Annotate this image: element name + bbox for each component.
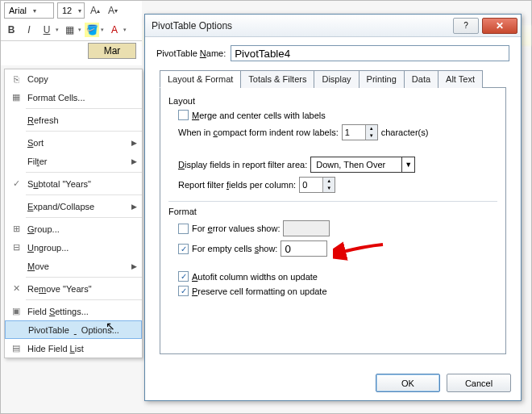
chevron-down-icon: ▾ (56, 27, 59, 33)
context-menu-item[interactable]: ✕Remove "Years" (5, 279, 142, 298)
tab[interactable]: Display (314, 70, 359, 88)
font-color-button[interactable]: A (107, 23, 122, 37)
menu-item-icon: ▦ (8, 91, 24, 104)
italic-button[interactable]: I (22, 23, 36, 37)
menu-item-icon: ⎘ (8, 73, 24, 86)
menu-item-icon: ✕ (8, 282, 24, 295)
submenu-arrow-icon: ▶ (131, 203, 137, 211)
spin-down-icon[interactable]: ▼ (323, 185, 335, 192)
menu-item-label: Filter (27, 157, 131, 166)
preserve-format-checkbox[interactable]: ✓ (178, 286, 189, 296)
font-name-combo[interactable]: Arial▾ (4, 2, 54, 19)
close-button[interactable]: ✕ (482, 18, 517, 34)
underline-button[interactable]: U (39, 23, 54, 37)
filter-area-label: Display fields in report filter area: (178, 160, 307, 169)
context-menu-item[interactable]: Expand/Collapse▶ (5, 197, 142, 215)
spin-down-icon[interactable]: ▼ (366, 132, 377, 140)
tab[interactable]: Data (404, 70, 438, 88)
chevron-down-icon: ▼ (401, 157, 414, 172)
indent-label-pre: When in compact form indent row labels: (178, 128, 339, 137)
menu-item-icon (8, 136, 24, 149)
tab[interactable]: Alt Text (438, 70, 483, 88)
menu-item-icon (8, 200, 24, 213)
autofit-checkbox[interactable]: ✓ (178, 271, 189, 282)
fill-color-button[interactable]: 🪣 (85, 23, 99, 37)
menu-item-label: Format Cells... (27, 93, 139, 102)
menu-item-label: Field Settings... (27, 307, 139, 316)
menu-item-icon: ⊞ (8, 223, 24, 236)
context-menu-item[interactable]: Move▶ (5, 257, 142, 275)
chevron-down-icon: ▾ (78, 27, 81, 33)
tab[interactable]: Printing (359, 70, 405, 88)
grow-font-button[interactable]: A▴ (88, 3, 102, 18)
context-menu-item[interactable]: ▦Format Cells... (5, 88, 142, 107)
menu-item-label: Expand/Collapse (27, 202, 131, 211)
font-size-combo[interactable]: 12▾ (57, 2, 85, 19)
pivottable-options-dialog: PivotTable Options ? ✕ PivotTable Name: … (144, 14, 522, 401)
group-title-layout: Layout (168, 96, 497, 106)
chevron-down-icon: ▾ (29, 7, 39, 15)
error-values-checkbox[interactable] (178, 224, 189, 234)
tabstrip: Layout & FormatTotals & FiltersDisplayPr… (160, 69, 506, 88)
menu-item-icon: ✓ (8, 178, 24, 190)
menu-item-icon: ⊟ (8, 241, 24, 254)
chevron-down-icon: ▾ (101, 27, 104, 33)
dialog-title: PivotTable Options (145, 20, 453, 31)
context-menu-item[interactable]: ✓Subtotal "Years" (5, 174, 142, 193)
indent-value[interactable] (343, 125, 365, 140)
context-menu-item[interactable]: Sort▶ (5, 133, 142, 152)
font-name-value: Arial (5, 6, 29, 15)
borders-button[interactable]: ▦ (62, 23, 77, 37)
menu-item-label: Copy (27, 74, 139, 84)
fields-per-col-label: Report filter fields per column: (178, 180, 296, 190)
menu-item-label: Subtotal "Years" (27, 179, 139, 189)
merge-cells-checkbox[interactable] (178, 110, 189, 120)
context-menu-item[interactable]: Filter▶ (5, 152, 142, 170)
menu-item-icon: ▤ (8, 342, 24, 355)
chevron-down-icon: ▾ (74, 7, 84, 15)
spin-up-icon[interactable]: ▲ (323, 178, 335, 185)
empty-cells-input[interactable] (281, 240, 327, 257)
shrink-font-button[interactable]: A▾ (106, 3, 120, 18)
pivottable-name-label: PivotTable Name: (156, 48, 226, 58)
context-menu-item[interactable]: Refresh (5, 111, 142, 129)
menu-item-icon (8, 260, 24, 273)
submenu-arrow-icon: ▶ (131, 262, 137, 270)
tab[interactable]: Layout & Format (160, 70, 241, 88)
indent-label-post: character(s) (381, 128, 429, 137)
menu-item-label: Move (27, 261, 131, 271)
column-header-cell[interactable]: Mar (88, 43, 136, 59)
help-button[interactable]: ? (453, 18, 479, 34)
error-values-input (283, 220, 330, 236)
context-menu-item[interactable]: ▣Field Settings... (5, 302, 142, 320)
pivottable-name-input[interactable] (231, 45, 509, 61)
context-menu-item[interactable]: ⎘Copy (5, 69, 142, 88)
context-menu-item[interactable]: PivotTable Options... (5, 320, 142, 339)
chevron-down-icon: ▾ (123, 27, 127, 33)
autofit-label: Autofit column widths on update (192, 272, 318, 282)
indent-spinner[interactable]: ▲▼ (342, 124, 378, 140)
menu-item-label: Refresh (27, 115, 139, 125)
empty-cells-checkbox[interactable]: ✓ (178, 244, 189, 254)
fields-per-col-spinner[interactable]: ▲▼ (299, 177, 335, 193)
context-menu: ⎘Copy▦Format Cells...RefreshSort▶Filter▶… (4, 69, 143, 358)
fields-per-col-value[interactable] (300, 178, 322, 192)
filter-area-value: Down, Then Over (311, 160, 401, 169)
bold-button[interactable]: B (4, 23, 19, 37)
merge-cells-label: Merge and center cells with labels (192, 111, 326, 120)
context-menu-item[interactable]: ⊟Ungroup... (5, 238, 142, 257)
menu-item-icon: ▣ (8, 305, 24, 318)
tab[interactable]: Totals & Filters (240, 70, 314, 88)
context-menu-item[interactable]: ⊞Group... (5, 220, 142, 238)
menu-item-label: Hide Field List (27, 344, 139, 353)
context-menu-item[interactable]: ▤Hide Field List (5, 339, 142, 358)
group-title-format: Format (168, 207, 497, 216)
submenu-arrow-icon: ▶ (131, 157, 137, 165)
menu-item-icon (8, 155, 24, 168)
filter-area-select[interactable]: Down, Then Over ▼ (310, 157, 415, 173)
preserve-format-label: Preserve cell formatting on update (192, 286, 327, 296)
cancel-button[interactable]: Cancel (447, 374, 511, 392)
spin-up-icon[interactable]: ▲ (366, 125, 377, 132)
menu-item-label: Sort (27, 138, 131, 148)
ok-button[interactable]: OK (376, 374, 440, 392)
